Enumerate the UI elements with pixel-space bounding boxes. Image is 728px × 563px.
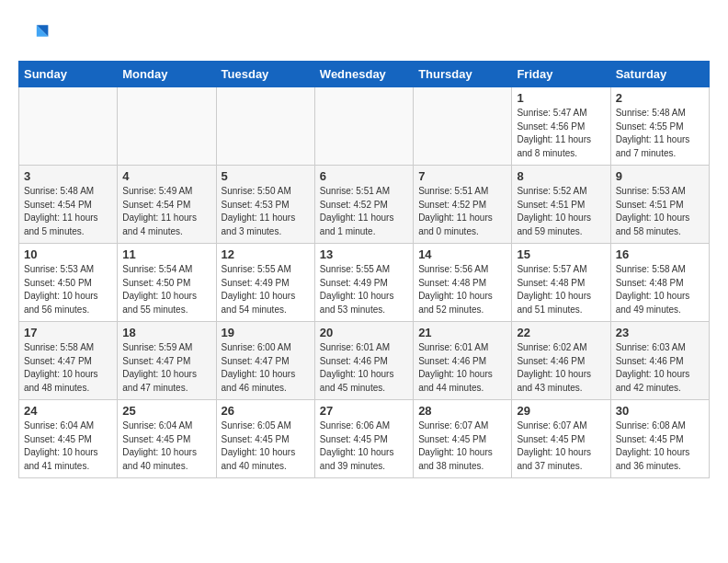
day-info: Sunrise: 5:58 AM Sunset: 4:48 PM Dayligh… [616, 263, 704, 316]
calendar-table: SundayMondayTuesdayWednesdayThursdayFrid… [18, 61, 710, 478]
day-number: 29 [517, 404, 605, 418]
day-number: 13 [320, 247, 408, 261]
day-info: Sunrise: 5:52 AM Sunset: 4:51 PM Dayligh… [517, 185, 605, 238]
day-number: 17 [24, 326, 112, 339]
day-cell: 19 Sunrise: 6:00 AM Sunset: 4:47 PM Dayl… [216, 322, 314, 400]
day-info: Sunrise: 6:04 AM Sunset: 4:45 PM Dayligh… [122, 419, 210, 473]
day-info: Sunrise: 5:53 AM Sunset: 4:50 PM Dayligh… [24, 263, 112, 316]
day-cell: 5 Sunrise: 5:50 AM Sunset: 4:53 PM Dayli… [216, 166, 314, 244]
day-cell: 17 Sunrise: 5:58 AM Sunset: 4:47 PM Dayl… [19, 322, 118, 400]
day-cell: 1 Sunrise: 5:47 AM Sunset: 4:56 PM Dayli… [512, 87, 610, 166]
header-row: SundayMondayTuesdayWednesdayThursdayFrid… [19, 62, 710, 87]
day-info: Sunrise: 6:07 AM Sunset: 4:45 PM Dayligh… [517, 419, 605, 473]
day-cell: 16 Sunrise: 5:58 AM Sunset: 4:48 PM Dayl… [610, 244, 709, 322]
day-cell: 7 Sunrise: 5:51 AM Sunset: 4:52 PM Dayli… [414, 166, 512, 244]
day-number: 8 [517, 169, 605, 183]
week-row: 1 Sunrise: 5:47 AM Sunset: 4:56 PM Dayli… [19, 87, 710, 166]
day-cell: 25 Sunrise: 6:04 AM Sunset: 4:45 PM Dayl… [118, 400, 216, 478]
day-number: 27 [320, 404, 408, 418]
day-number: 28 [418, 404, 506, 418]
day-cell: 13 Sunrise: 5:55 AM Sunset: 4:49 PM Dayl… [314, 244, 413, 322]
day-cell: 20 Sunrise: 6:01 AM Sunset: 4:46 PM Dayl… [314, 322, 413, 400]
day-cell: 8 Sunrise: 5:52 AM Sunset: 4:51 PM Dayli… [512, 166, 610, 244]
day-cell: 15 Sunrise: 5:57 AM Sunset: 4:48 PM Dayl… [512, 244, 610, 322]
day-cell: 27 Sunrise: 6:06 AM Sunset: 4:45 PM Dayl… [314, 400, 413, 478]
day-cell: 24 Sunrise: 6:04 AM Sunset: 4:45 PM Dayl… [19, 400, 118, 478]
day-info: Sunrise: 5:55 AM Sunset: 4:49 PM Dayligh… [320, 263, 408, 316]
header-day: Thursday [414, 62, 512, 87]
day-number: 5 [222, 169, 310, 183]
page-header [18, 18, 710, 52]
day-cell [216, 87, 314, 166]
day-info: Sunrise: 6:06 AM Sunset: 4:45 PM Dayligh… [320, 419, 408, 473]
day-cell: 23 Sunrise: 6:03 AM Sunset: 4:46 PM Dayl… [610, 322, 709, 400]
day-number: 21 [418, 326, 506, 339]
day-info: Sunrise: 6:02 AM Sunset: 4:46 PM Dayligh… [517, 341, 605, 395]
logo [18, 18, 55, 52]
header-day: Saturday [610, 62, 709, 87]
logo-icon [18, 18, 51, 52]
day-cell: 29 Sunrise: 6:07 AM Sunset: 4:45 PM Dayl… [512, 400, 610, 478]
day-number: 20 [320, 326, 408, 339]
day-cell: 21 Sunrise: 6:01 AM Sunset: 4:46 PM Dayl… [414, 322, 512, 400]
day-info: Sunrise: 6:04 AM Sunset: 4:45 PM Dayligh… [24, 419, 112, 473]
header-day: Sunday [19, 62, 118, 87]
day-cell: 18 Sunrise: 5:59 AM Sunset: 4:47 PM Dayl… [118, 322, 216, 400]
day-info: Sunrise: 5:51 AM Sunset: 4:52 PM Dayligh… [320, 185, 408, 238]
day-info: Sunrise: 6:05 AM Sunset: 4:45 PM Dayligh… [222, 419, 310, 473]
day-number: 23 [616, 326, 704, 339]
day-cell: 12 Sunrise: 5:55 AM Sunset: 4:49 PM Dayl… [216, 244, 314, 322]
day-cell: 9 Sunrise: 5:53 AM Sunset: 4:51 PM Dayli… [610, 166, 709, 244]
day-number: 1 [517, 91, 605, 105]
day-number: 18 [122, 326, 210, 339]
day-number: 2 [616, 91, 704, 105]
day-number: 25 [122, 404, 210, 418]
day-info: Sunrise: 6:08 AM Sunset: 4:45 PM Dayligh… [616, 419, 704, 473]
week-row: 17 Sunrise: 5:58 AM Sunset: 4:47 PM Dayl… [19, 322, 710, 400]
day-info: Sunrise: 5:53 AM Sunset: 4:51 PM Dayligh… [616, 185, 704, 238]
day-number: 14 [418, 247, 506, 261]
day-number: 26 [222, 404, 310, 418]
day-info: Sunrise: 5:59 AM Sunset: 4:47 PM Dayligh… [122, 341, 210, 395]
day-cell: 22 Sunrise: 6:02 AM Sunset: 4:46 PM Dayl… [512, 322, 610, 400]
header-day: Friday [512, 62, 610, 87]
day-info: Sunrise: 6:03 AM Sunset: 4:46 PM Dayligh… [616, 341, 704, 395]
day-cell: 3 Sunrise: 5:48 AM Sunset: 4:54 PM Dayli… [19, 166, 118, 244]
day-cell: 6 Sunrise: 5:51 AM Sunset: 4:52 PM Dayli… [314, 166, 413, 244]
day-number: 9 [616, 169, 704, 183]
day-cell [314, 87, 413, 166]
day-number: 7 [418, 169, 506, 183]
day-info: Sunrise: 5:47 AM Sunset: 4:56 PM Dayligh… [517, 107, 605, 160]
day-number: 10 [24, 247, 112, 261]
day-info: Sunrise: 6:00 AM Sunset: 4:47 PM Dayligh… [222, 341, 310, 395]
day-cell: 30 Sunrise: 6:08 AM Sunset: 4:45 PM Dayl… [610, 400, 709, 478]
day-cell: 11 Sunrise: 5:54 AM Sunset: 4:50 PM Dayl… [118, 244, 216, 322]
day-cell [118, 87, 216, 166]
day-cell: 10 Sunrise: 5:53 AM Sunset: 4:50 PM Dayl… [19, 244, 118, 322]
day-number: 3 [24, 169, 112, 183]
day-number: 22 [517, 326, 605, 339]
day-info: Sunrise: 5:51 AM Sunset: 4:52 PM Dayligh… [418, 185, 506, 238]
day-info: Sunrise: 6:01 AM Sunset: 4:46 PM Dayligh… [418, 341, 506, 395]
header-day: Wednesday [314, 62, 413, 87]
day-cell [414, 87, 512, 166]
day-info: Sunrise: 5:54 AM Sunset: 4:50 PM Dayligh… [122, 263, 210, 316]
day-number: 30 [616, 404, 704, 418]
header-day: Monday [118, 62, 216, 87]
day-number: 12 [222, 247, 310, 261]
week-row: 10 Sunrise: 5:53 AM Sunset: 4:50 PM Dayl… [19, 244, 710, 322]
day-info: Sunrise: 6:07 AM Sunset: 4:45 PM Dayligh… [418, 419, 506, 473]
day-number: 19 [222, 326, 310, 339]
day-cell [19, 87, 118, 166]
day-info: Sunrise: 6:01 AM Sunset: 4:46 PM Dayligh… [320, 341, 408, 395]
day-number: 15 [517, 247, 605, 261]
day-info: Sunrise: 5:48 AM Sunset: 4:54 PM Dayligh… [24, 185, 112, 238]
day-cell: 14 Sunrise: 5:56 AM Sunset: 4:48 PM Dayl… [414, 244, 512, 322]
day-number: 16 [616, 247, 704, 261]
day-number: 11 [122, 247, 210, 261]
day-info: Sunrise: 5:49 AM Sunset: 4:54 PM Dayligh… [122, 185, 210, 238]
day-info: Sunrise: 5:48 AM Sunset: 4:55 PM Dayligh… [616, 107, 704, 160]
day-number: 24 [24, 404, 112, 418]
day-info: Sunrise: 5:58 AM Sunset: 4:47 PM Dayligh… [24, 341, 112, 395]
day-cell: 2 Sunrise: 5:48 AM Sunset: 4:55 PM Dayli… [610, 87, 709, 166]
